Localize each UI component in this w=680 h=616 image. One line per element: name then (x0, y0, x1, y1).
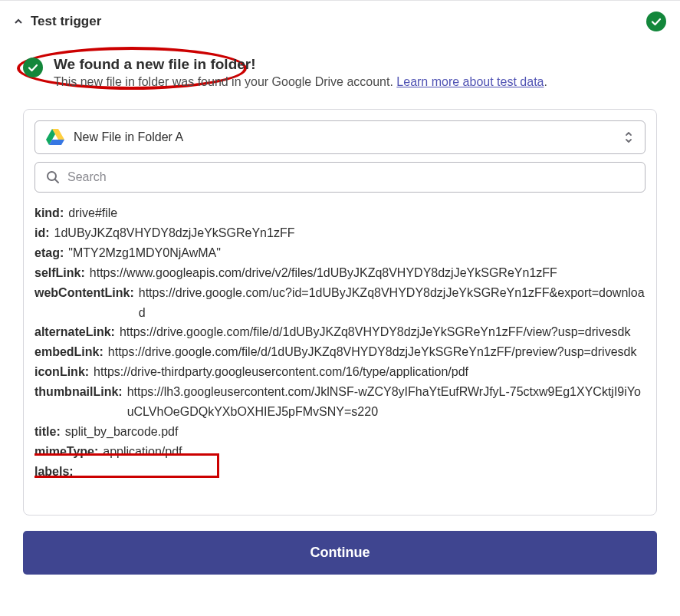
data-row: embedLink:https://drive.google.com/file/… (34, 342, 646, 362)
data-row: iconLink:https://drive-thirdparty.google… (34, 362, 646, 382)
data-key: id: (34, 223, 50, 243)
status-success-icon (646, 12, 666, 31)
continue-button[interactable]: Continue (23, 531, 657, 575)
result-success-icon (23, 58, 43, 77)
data-row: selfLink:https://www.googleapis.com/driv… (34, 263, 646, 283)
data-row: id:1dUByJKZq8VHYDY8dzjJeYkSGReYn1zFF (34, 223, 646, 243)
data-key: alternateLink: (34, 322, 115, 342)
search-input[interactable] (67, 170, 634, 184)
data-value: https://lh3.googleusercontent.com/JklNSF… (127, 382, 646, 422)
data-value: drive#file (68, 203, 646, 223)
google-drive-icon (46, 129, 64, 146)
data-row: alternateLink:https://drive.google.com/f… (34, 322, 646, 342)
data-value: split_by_barcode.pdf (65, 422, 646, 442)
result-section: We found a new file in folder! This new … (0, 41, 680, 89)
search-icon (46, 170, 60, 184)
data-value: application/pdf (103, 442, 646, 462)
result-subtitle-text: This new file in folder was found in you… (54, 75, 396, 88)
result-title: We found a new file in folder! (54, 56, 547, 73)
data-row: webContentLink:https://drive.google.com/… (34, 283, 646, 323)
data-row: mimeType:application/pdf (34, 442, 646, 462)
data-key: iconLink: (34, 362, 89, 382)
updown-icon (623, 130, 634, 144)
data-value: 1dUByJKZq8VHYDY8dzjJeYkSGReYn1zFF (54, 223, 646, 243)
data-panel: New File in Folder A kind:drive#fileid:1… (23, 109, 657, 516)
data-key: selfLink: (34, 263, 85, 283)
data-row: thumbnailLink:https://lh3.googleusercont… (34, 382, 646, 422)
record-select[interactable]: New File in Folder A (34, 120, 646, 154)
data-key: thumbnailLink: (34, 382, 123, 402)
data-value: https://drive.google.com/uc?id=1dUByJKZq… (139, 283, 646, 323)
section-title: Test trigger (31, 14, 101, 29)
search-box[interactable] (34, 162, 646, 193)
data-key: title: (34, 422, 61, 442)
svg-line-1 (55, 180, 58, 183)
learn-more-link[interactable]: Learn more about test data (396, 75, 544, 88)
data-view[interactable]: kind:drive#fileid:1dUByJKZq8VHYDY8dzjJeY… (34, 203, 646, 504)
header-left: Test trigger (14, 14, 101, 29)
data-value: "MTY2Mzg1MDY0NjAwMA" (68, 243, 646, 263)
data-value: https://drive-thirdparty.googleuserconte… (94, 362, 646, 382)
data-row: title:split_by_barcode.pdf (34, 422, 646, 442)
data-row: labels: (34, 462, 646, 482)
data-key: mimeType: (34, 442, 98, 462)
data-row: kind:drive#file (34, 203, 646, 223)
chevron-collapse-icon[interactable] (14, 17, 23, 26)
record-select-label: New File in Folder A (74, 130, 614, 144)
data-key: kind: (34, 203, 64, 223)
data-key: embedLink: (34, 342, 103, 362)
result-suffix: . (544, 75, 547, 88)
data-row: etag:"MTY2Mzg1MDY0NjAwMA" (34, 243, 646, 263)
data-value: https://drive.google.com/file/d/1dUByJKZ… (120, 322, 646, 342)
data-key: labels: (34, 462, 74, 482)
section-header: Test trigger (0, 0, 680, 41)
data-key: etag: (34, 243, 64, 263)
data-key: webContentLink: (34, 283, 134, 303)
result-subtitle: This new file in folder was found in you… (54, 75, 547, 89)
data-value: https://drive.google.com/file/d/1dUByJKZ… (108, 342, 646, 362)
data-value: https://www.googleapis.com/drive/v2/file… (90, 263, 646, 283)
